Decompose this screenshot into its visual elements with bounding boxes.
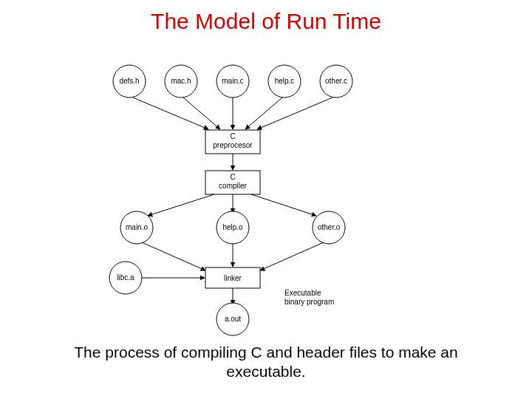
label-help-c: help.c (275, 77, 295, 85)
edge-maino-linker (142, 242, 205, 270)
node-help-o: help.o (216, 211, 249, 244)
label-compiler-2: compiler (219, 182, 247, 190)
node-linker: linker (205, 267, 260, 288)
node-libc-a: libc.a (109, 262, 142, 294)
node-a-out: a.out (216, 303, 249, 335)
node-main-c: main.c (216, 65, 249, 98)
caption-line-1: The process of compiling C and header fi… (74, 344, 457, 361)
edge-other-preproc (257, 98, 332, 129)
label-main-c: main.c (222, 77, 243, 85)
label-help-o: help.o (222, 223, 243, 231)
edge-compiler-othero (251, 194, 316, 216)
node-mac-h: mac.h (165, 65, 197, 98)
node-other-c: other.c (320, 65, 352, 98)
label-linker: linker (224, 274, 242, 282)
label-defs-h: defs.h (119, 77, 139, 85)
annotation-line-2: binary program (284, 298, 334, 306)
label-other-o: other.o (318, 223, 341, 231)
edge-mac-preproc (183, 98, 220, 129)
label-main-o: main.o (126, 223, 148, 231)
caption: The process of compiling C and header fi… (0, 343, 532, 382)
label-other-c: other.c (325, 77, 347, 85)
compilation-diagram: defs.h mac.h main.c help.c other.c C pre… (96, 59, 436, 340)
edge-othero-linker (260, 242, 324, 270)
label-preproc-2: preprocesor (213, 141, 253, 149)
node-help-c: help.c (268, 65, 301, 98)
caption-line-2: executable. (226, 363, 305, 380)
node-defs-h: defs.h (113, 65, 146, 98)
label-preproc-1: C (230, 132, 235, 140)
annotation-line-1: Executable (284, 289, 321, 297)
edge-compiler-maino (148, 194, 214, 216)
node-other-o: other.o (313, 211, 345, 244)
node-preprocessor: C preprocesor (205, 130, 260, 154)
label-a-out: a.out (225, 315, 241, 323)
edge-defs-preproc (133, 98, 208, 129)
node-main-o: main.o (120, 211, 153, 244)
label-mac-h: mac.h (171, 77, 191, 85)
node-compiler: C compiler (205, 171, 260, 194)
page-title: The Model of Run Time (0, 9, 532, 34)
label-compiler-1: C (230, 173, 235, 181)
label-libc-a: libc.a (117, 273, 134, 282)
edge-help-preproc (245, 98, 282, 129)
